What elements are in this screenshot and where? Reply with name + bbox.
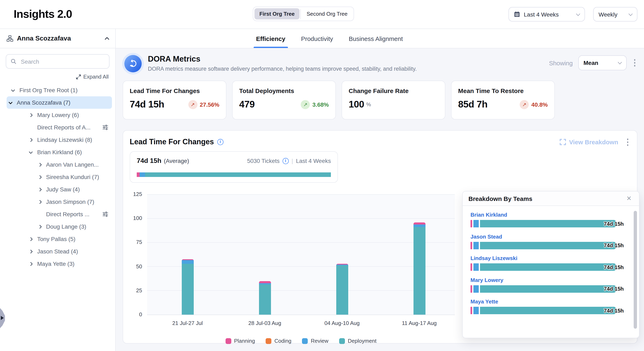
tree-item-direct-reports[interactable]: Direct Reports ...	[3, 208, 112, 220]
metric-card-delta-value: 40.8%	[532, 101, 548, 108]
chevron-down-icon[interactable]	[8, 100, 12, 104]
breakdown-scrollbar[interactable]	[634, 211, 637, 329]
chevron-down-icon[interactable]	[29, 150, 33, 154]
showing-control: Showing Mean	[549, 55, 638, 70]
breakdown-row-lindsay-liszewski: Lindsay Liszewski74d 15h	[470, 255, 639, 271]
dora-menu-button[interactable]	[632, 58, 638, 68]
breakdown-bar: 74d 15h	[470, 242, 616, 249]
chevron-right-icon[interactable]	[38, 187, 42, 191]
toggle-first-org-tree[interactable]: First Org Tree	[254, 8, 300, 20]
tree-item-jason-simpson-7[interactable]: Jason Simpson (7)	[3, 196, 112, 208]
showing-label: Showing	[549, 59, 573, 66]
dora-metrics-header: DORA Metrics DORA metrics measure softwa…	[123, 54, 638, 72]
info-icon[interactable]: i	[217, 139, 223, 145]
bar-segment-deployment	[259, 284, 271, 315]
tree-item-label: First Org Tree Root (1)	[20, 87, 78, 93]
date-range-select[interactable]: Last 4 Weeks	[508, 7, 585, 22]
chevron-down-icon	[628, 12, 633, 16]
bar-segment-deployment	[182, 263, 194, 315]
tab-business-alignment[interactable]: Business Alignment	[346, 29, 406, 48]
legend-label: Planning	[234, 338, 255, 344]
tree-item-maya-yette-3[interactable]: Maya Yette (3)	[3, 258, 112, 270]
breakdown-header: Breakdown By Teams ✕	[463, 191, 639, 206]
expand-all-button[interactable]: Expand All	[0, 69, 115, 81]
breakdown-bar: 74d 15h	[470, 263, 616, 271]
legend-label: Deployment	[348, 338, 376, 344]
breakdown-team-link[interactable]: Lindsay Liszewski	[470, 255, 639, 261]
tree-item-aaron-van-langen[interactable]: Aaron Van Langen...	[3, 158, 112, 171]
tree-item-tony-pallas-5[interactable]: Tony Pallas (5)	[3, 233, 112, 245]
chevron-right-icon[interactable]	[38, 162, 42, 167]
bar-segment-deployment	[413, 227, 425, 315]
view-breakdown-button[interactable]: View Breakdown	[560, 139, 618, 146]
tree-item-judy-saw-4[interactable]: Judy Saw (4)	[3, 183, 112, 196]
filter-sliders-icon[interactable]	[102, 211, 108, 217]
breakdown-title: Breakdown By Teams	[468, 195, 532, 202]
search-input[interactable]	[20, 58, 104, 65]
chevron-down-icon	[618, 60, 622, 64]
chevron-right-icon[interactable]	[29, 262, 33, 266]
lead-time-header: Lead Time For Changes i View Breakdown	[123, 131, 637, 147]
breakdown-team-link[interactable]: Brian Kirkland	[470, 212, 639, 218]
breakdown-segment-deployment	[480, 285, 616, 292]
tree-item-jason-stead-4[interactable]: Jason Stead (4)	[3, 245, 112, 258]
x-axis-label: 21 Jul-27 Jul	[156, 320, 218, 326]
sidebar-header[interactable]: Anna Scozzafava	[0, 29, 115, 48]
granularity-select[interactable]: Weekly	[593, 7, 638, 22]
chevron-right-icon[interactable]	[38, 224, 42, 229]
legend-swatch-planning	[225, 338, 231, 344]
tree-item-lindsay-liszewski-8[interactable]: Lindsay Liszewski (8)	[3, 134, 112, 146]
metric-card-delta-value: 3.68%	[312, 101, 329, 108]
chevron-up-icon[interactable]	[105, 37, 110, 42]
metric-card-row: 479↗3.68%	[239, 99, 329, 110]
chevron-right-icon[interactable]	[29, 249, 33, 253]
granularity-value: Weekly	[598, 11, 626, 18]
dora-description: DORA metrics measure software delivery p…	[148, 66, 417, 72]
chevron-down-icon[interactable]	[11, 88, 15, 92]
metric-card-row: 74d 15h↗27.56%	[130, 99, 219, 110]
aggregation-select[interactable]: Mean	[578, 55, 626, 70]
tree-item-direct-reports-of-a[interactable]: Direct Reports of A...	[3, 121, 112, 134]
trend-up-icon: ↗	[520, 100, 529, 109]
chart-bar-11-aug-17-aug[interactable]	[413, 223, 425, 315]
dora-titles: DORA Metrics DORA metrics measure softwa…	[148, 54, 417, 72]
chevron-right-icon[interactable]	[38, 175, 42, 179]
gridline-y100	[147, 218, 455, 218]
summary-period: Last 4 Weeks	[296, 158, 331, 164]
filter-sliders-icon[interactable]	[102, 124, 108, 130]
legend-swatch-deployment	[339, 338, 345, 344]
sidebar-user-name: Anna Scozzafava	[17, 35, 71, 42]
info-icon[interactable]: i	[282, 158, 289, 164]
tree-item-anna-scozzafava-7[interactable]: Anna Scozzafava (7)	[6, 96, 112, 109]
app-header: Insights 2.0 First Org TreeSecond Org Tr…	[0, 0, 644, 29]
summary-divider: |	[292, 158, 293, 164]
breakdown-team-link[interactable]: Jason Stead	[470, 233, 639, 240]
tree-item-mary-lowery-6[interactable]: Mary Lowery (6)	[3, 109, 112, 121]
chart-bar-21-jul-27-jul[interactable]	[182, 259, 194, 315]
tree-item-sireesha-kunduri-7[interactable]: Sireesha Kunduri (7)	[3, 171, 112, 183]
chart-bar-28-jul-03-aug[interactable]	[259, 281, 271, 315]
summary-segment-planning	[137, 172, 140, 177]
chevron-right-icon[interactable]	[29, 113, 33, 117]
tree-item-label: Lindsay Liszewski (8)	[37, 136, 92, 143]
breakdown-team-link[interactable]: Maya Yette	[470, 298, 639, 305]
chevron-right-icon[interactable]	[29, 237, 33, 241]
tab-productivity[interactable]: Productivity	[298, 29, 336, 48]
lead-time-menu-button[interactable]	[625, 137, 630, 147]
breakdown-value: 74d 15h	[604, 286, 624, 292]
tree-item-first-org-tree-root-1[interactable]: First Org Tree Root (1)	[3, 84, 112, 96]
breakdown-segment-deployment	[480, 220, 616, 227]
legend-swatch-review	[302, 338, 308, 344]
close-icon[interactable]: ✕	[625, 194, 633, 203]
tree-item-label: Judy Saw (4)	[46, 186, 80, 193]
chevron-right-icon[interactable]	[38, 200, 42, 204]
chart-bar-04-aug-10-aug[interactable]	[336, 264, 348, 315]
tab-efficiency[interactable]: Efficiency	[254, 29, 288, 48]
tree-item-brian-kirkland-6[interactable]: Brian Kirkland (6)	[3, 146, 112, 158]
toggle-second-org-tree[interactable]: Second Org Tree	[302, 8, 352, 20]
breakdown-panel: Breakdown By Teams ✕ Brian Kirkland74d 1…	[462, 191, 640, 338]
breakdown-team-link[interactable]: Mary Lowery	[470, 277, 639, 283]
tree-item-doug-lange-3[interactable]: Doug Lange (3)	[3, 220, 112, 233]
legend-item-coding: Coding	[266, 338, 291, 344]
chevron-right-icon[interactable]	[29, 138, 33, 142]
